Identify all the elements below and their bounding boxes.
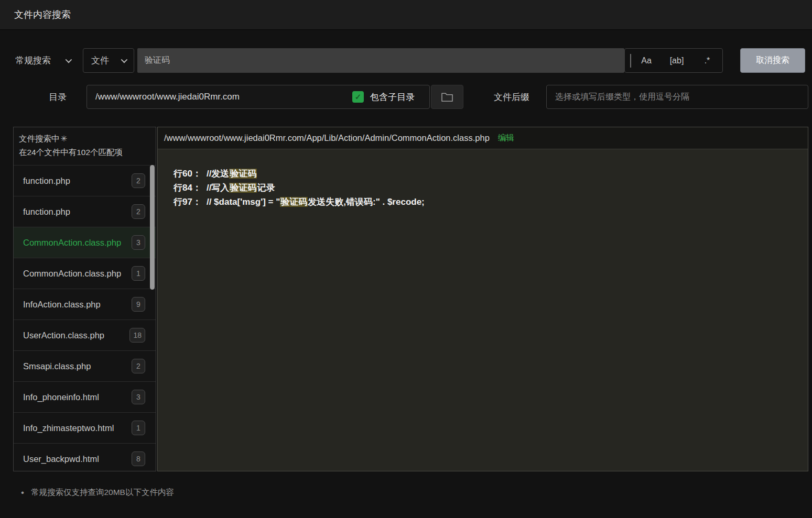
code-text: // $data['msg'] = " (207, 197, 280, 207)
file-name: InfoAction.class.php (23, 295, 129, 313)
chevron-down-icon (66, 57, 72, 63)
include-subdir-checkbox[interactable]: ✓ (352, 91, 364, 103)
search-options-box: Aa [ab] .* (624, 48, 723, 73)
whole-word-toggle[interactable]: [ab] (662, 56, 692, 65)
include-subdir-label: 包含子目录 (370, 91, 415, 103)
browse-folder-button[interactable] (431, 85, 463, 109)
directory-label: 目录 (49, 91, 67, 103)
file-name: Info_zhimasteptwo.html (23, 419, 129, 437)
code-text: //写入 (207, 183, 229, 193)
file-name: CommonAction.class.php (23, 234, 129, 251)
search-mode-select[interactable]: 常规搜索 (14, 48, 75, 73)
file-result-item[interactable]: function.php 2 (14, 196, 156, 227)
spinner-icon: ✳ (61, 134, 68, 143)
edit-file-link[interactable]: 编辑 (498, 133, 514, 144)
match-line: 行97：// $data['msg'] = "验证码发送失败,错误码:" . $… (174, 195, 797, 209)
bullet-icon: • (21, 488, 24, 498)
match-count-badge: 3 (132, 235, 145, 250)
line-number: 行84： (174, 183, 201, 193)
cancel-search-button[interactable]: 取消搜索 (740, 48, 805, 73)
match-lines: 行60：//发送验证码 行84：//写入验证码记录 行97：// $data['… (158, 149, 808, 471)
file-result-item[interactable]: Smsapi.class.php 2 (14, 351, 156, 382)
file-result-item[interactable]: function.php 2 (14, 166, 156, 196)
code-text: 发送失败,错误码:" . $recode; (308, 197, 424, 207)
file-result-item-selected[interactable]: CommonAction.class.php 3 (14, 227, 156, 258)
sidebar-scrollbar[interactable] (150, 165, 155, 290)
regex-toggle[interactable]: .* (692, 56, 722, 65)
match-count-badge: 3 (132, 390, 145, 404)
match-count-badge: 9 (132, 297, 145, 312)
line-number: 行97： (174, 197, 201, 207)
suffix-label: 文件后缀 (494, 91, 529, 103)
search-field-group: Aa [ab] .* (137, 48, 723, 73)
folder-icon (441, 92, 453, 102)
match-count-badge: 1 (132, 421, 145, 435)
file-result-item[interactable]: User_backpwd.html 8 (14, 444, 156, 471)
search-toolbar: 常规搜索 文件 Aa [ab] .* 取消搜索 (14, 48, 805, 73)
directory-row: 目录 ✓ 包含子目录 文件后缀 (14, 85, 808, 109)
code-text: //发送 (207, 169, 229, 179)
case-sensitive-toggle[interactable]: Aa (631, 56, 662, 65)
preview-file-path: /www/wwwroot/www.jiedai0Rmr.com/App/Lib/… (164, 133, 490, 143)
file-result-item[interactable]: CommonAction.class.php 1 (14, 258, 156, 289)
footer-note-text: 常规搜索仅支持查询20MB以下文件内容 (31, 487, 174, 498)
match-count-badge: 18 (129, 328, 145, 343)
titlebar: 文件内容搜索 (0, 0, 812, 30)
directory-path-input[interactable] (87, 92, 352, 102)
footer-note: • 常规搜索仅支持查询20MB以下文件内容 (21, 487, 812, 498)
suffix-input[interactable] (546, 85, 808, 109)
match-line: 行60：//发送验证码 (174, 167, 797, 181)
check-icon: ✓ (355, 92, 362, 102)
highlighted-match: 验证码 (229, 183, 257, 193)
file-name: function.php (23, 172, 129, 190)
file-name: Info_phoneinfo.html (23, 388, 129, 406)
chevron-down-icon (121, 57, 128, 63)
file-name: Smsapi.class.php (23, 357, 129, 375)
match-count-badge: 1 (132, 266, 145, 281)
search-type-select[interactable]: 文件 (83, 48, 134, 73)
file-result-item[interactable]: InfoAction.class.php 9 (14, 289, 156, 320)
file-result-item[interactable]: Info_zhimasteptwo.html 1 (14, 413, 156, 444)
results-area: 文件搜索中✳ 在24个文件中有102个匹配项 function.php 2 fu… (13, 127, 808, 471)
search-mode-label: 常规搜索 (15, 54, 51, 67)
search-type-label: 文件 (91, 54, 109, 67)
highlighted-match: 验证码 (229, 169, 257, 179)
line-number: 行60： (174, 169, 201, 179)
search-status-line2: 在24个文件中有102个匹配项 (19, 146, 150, 159)
file-result-item[interactable]: UserAction.class.php 18 (14, 320, 156, 351)
keyword-input[interactable] (137, 48, 624, 73)
file-name: CommonAction.class.php (23, 264, 129, 282)
page-title: 文件内容搜索 (14, 8, 71, 21)
file-name: User_backpwd.html (23, 450, 129, 468)
directory-input-group: ✓ 包含子目录 (86, 85, 430, 109)
match-count-badge: 8 (132, 451, 145, 466)
search-status: 文件搜索中✳ 在24个文件中有102个匹配项 (14, 127, 156, 166)
search-status-line1: 文件搜索中 (19, 134, 60, 143)
file-result-item[interactable]: Info_phoneinfo.html 3 (14, 382, 156, 413)
code-text: 记录 (257, 183, 275, 193)
match-count-badge: 2 (132, 173, 145, 188)
file-name: UserAction.class.php (23, 326, 127, 344)
match-line: 行84：//写入验证码记录 (174, 181, 797, 195)
match-count-badge: 2 (132, 359, 145, 373)
results-sidebar: 文件搜索中✳ 在24个文件中有102个匹配项 function.php 2 fu… (13, 127, 156, 471)
preview-header: /www/wwwroot/www.jiedai0Rmr.com/App/Lib/… (158, 127, 808, 149)
file-preview-panel: /www/wwwroot/www.jiedai0Rmr.com/App/Lib/… (157, 127, 808, 471)
file-name: function.php (23, 203, 129, 221)
match-count-badge: 2 (132, 204, 145, 219)
highlighted-match: 验证码 (280, 197, 308, 207)
